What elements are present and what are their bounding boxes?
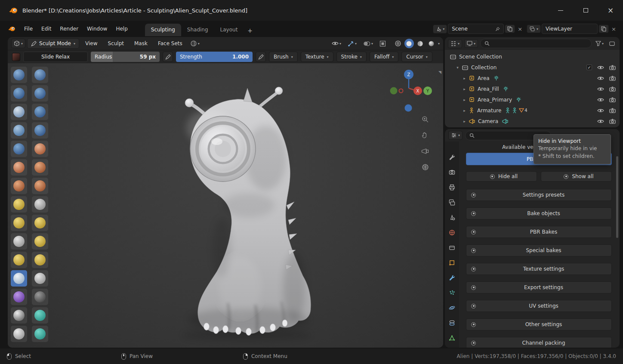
section-bake-objects[interactable]: Bake objects [466, 207, 612, 219]
menu-sculpt[interactable]: Sculpt [104, 39, 128, 48]
tool-draw[interactable] [11, 67, 27, 83]
disable-in-renders-toggle[interactable] [608, 65, 617, 70]
tool-thumb[interactable] [11, 233, 27, 250]
navigation-gizmo[interactable]: Z X Y [385, 68, 432, 113]
tool-clay[interactable] [11, 85, 27, 102]
tool-layer[interactable] [32, 104, 48, 120]
props-tab-modifiers[interactable] [446, 272, 458, 283]
xray-toggle[interactable] [378, 39, 388, 48]
tool-inflate[interactable] [11, 122, 27, 139]
disable-in-renders-toggle[interactable] [608, 108, 617, 113]
workspace-tab-shading[interactable]: Shading [181, 24, 214, 36]
shading-wireframe-button[interactable] [393, 39, 403, 48]
new-scene-button[interactable] [505, 25, 515, 33]
outliner-search-input[interactable] [480, 39, 592, 48]
tool-nudge[interactable] [11, 252, 27, 268]
section-pbr-bakes[interactable]: PBR Bakes [466, 226, 612, 238]
tool-slide-relax[interactable] [11, 270, 27, 287]
tool-multiplane-scrape[interactable] [32, 178, 48, 194]
outliner-item-label[interactable]: Scene Collection [459, 54, 502, 60]
outliner-item-label[interactable]: Camera [478, 118, 498, 124]
outliner-item-armature[interactable]: ▸ Armature 4 ✓ [445, 105, 620, 116]
props-tab-tool[interactable] [446, 152, 458, 163]
props-tab-constraints[interactable] [446, 318, 458, 328]
props-tab-particles[interactable] [446, 287, 458, 298]
blender-menu-icon[interactable] [3, 24, 20, 34]
new-collection-button[interactable] [608, 40, 617, 47]
props-tab-output[interactable] [446, 182, 458, 193]
zoom-button[interactable] [420, 114, 430, 124]
disable-in-renders-toggle[interactable] [608, 86, 617, 92]
cursor-dropdown[interactable]: Cursor▾ [401, 52, 432, 62]
tool-pinch[interactable] [11, 196, 27, 213]
props-tab-object[interactable] [446, 257, 458, 268]
strength-pressure-toggle[interactable] [256, 52, 266, 62]
stroke-dropdown[interactable]: Stroke▾ [336, 52, 367, 62]
shading-rendered-button[interactable] [427, 39, 436, 48]
menu-window[interactable]: Window [83, 24, 111, 34]
remove-viewlayer-button[interactable]: × [610, 25, 618, 33]
disclosure-triangle-icon[interactable]: ▾ [455, 65, 460, 70]
props-tab-physics[interactable] [446, 302, 458, 313]
brush-preview-thumbnail[interactable] [12, 53, 20, 61]
unlink-scene-button[interactable]: × [516, 25, 524, 33]
new-viewlayer-button[interactable] [598, 25, 609, 33]
disable-in-renders-toggle[interactable] [608, 119, 617, 124]
tool-fill[interactable] [32, 159, 48, 176]
workspace-tab-layout[interactable]: Layout [214, 24, 244, 36]
disclosure-triangle-icon[interactable]: ▸ [462, 119, 467, 123]
menu-view[interactable]: View [81, 39, 102, 48]
tool-box-trim[interactable] [32, 326, 48, 342]
tool-draw-face-sets[interactable] [32, 307, 48, 324]
perspective-grid-button[interactable] [420, 162, 430, 172]
gizmos-dropdown[interactable]: ▾ [346, 39, 358, 48]
visibility-dropdown[interactable]: ▾ [330, 40, 343, 47]
section-export-settings[interactable]: Export settings [466, 281, 612, 293]
menu-help[interactable]: Help [111, 24, 132, 34]
scene-name-field[interactable]: Scene [448, 24, 504, 34]
menu-edit[interactable]: Edit [37, 24, 56, 34]
outliner-editor-type-button[interactable]: ▾ [448, 39, 462, 48]
close-button[interactable]: × [598, 0, 623, 21]
tool-pose[interactable] [32, 233, 48, 250]
section-texture-settings[interactable]: Texture settings [466, 263, 612, 275]
radius-slider[interactable]: Radius 59 px [91, 52, 160, 62]
selectability-checkbox[interactable]: ✓ [586, 65, 592, 70]
add-workspace-button[interactable]: + [244, 25, 256, 36]
section-uv-settings[interactable]: UV settings [466, 300, 612, 312]
disclosure-triangle-icon[interactable]: ▸ [462, 108, 467, 113]
camera-view-button[interactable] [420, 146, 430, 156]
menu-mask[interactable]: Mask [130, 39, 152, 48]
section-special-bakes[interactable]: Special bakes [466, 244, 612, 256]
properties-scrollbar[interactable] [616, 156, 618, 238]
outliner-item-label[interactable]: Collection [471, 65, 497, 71]
outliner-item-collection[interactable]: ▾ Collection ✓ [445, 62, 620, 73]
hide-in-viewport-toggle[interactable] [596, 108, 605, 113]
strength-slider[interactable]: Strength 1.000 [176, 52, 253, 62]
menu-face-sets[interactable]: Face Sets [154, 39, 187, 48]
viewport-canvas[interactable]: Z X Y ◥ [8, 63, 443, 348]
hide-in-viewport-toggle[interactable] [596, 65, 605, 70]
falloff-shape-dropdown[interactable]: ▾ [188, 39, 201, 48]
outliner-item-label[interactable]: Area_Fill [478, 86, 499, 92]
tool-clay-thumb[interactable] [11, 104, 27, 120]
tool-flatten[interactable] [11, 159, 27, 176]
tool-simplify[interactable] [32, 289, 48, 305]
section-other-settings[interactable]: Other settings [466, 318, 612, 330]
pan-hand-button[interactable] [420, 130, 430, 140]
outliner-item-area[interactable]: ▸ Area ✓ [445, 73, 620, 83]
editor-type-button[interactable]: ▾ [11, 39, 25, 48]
alien-sculpt-model[interactable] [8, 63, 443, 348]
active-tool-field[interactable]: Slide Relax [23, 52, 88, 62]
outliner-item-label[interactable]: Armature [477, 108, 501, 114]
disable-in-renders-toggle[interactable] [608, 97, 617, 102]
disclosure-triangle-icon[interactable]: ▸ [462, 98, 467, 102]
properties-editor-type-button[interactable]: ▾ [448, 131, 463, 140]
tool-blob[interactable] [32, 122, 48, 139]
pin-icon[interactable] [495, 27, 500, 31]
tool-scrape[interactable] [11, 178, 27, 194]
hide-in-viewport-toggle[interactable] [596, 98, 605, 102]
tool-mask[interactable] [11, 307, 27, 324]
section-channel-packing[interactable]: Channel packing [466, 337, 612, 348]
browse-viewlayer-button[interactable]: ▾ [527, 25, 541, 33]
